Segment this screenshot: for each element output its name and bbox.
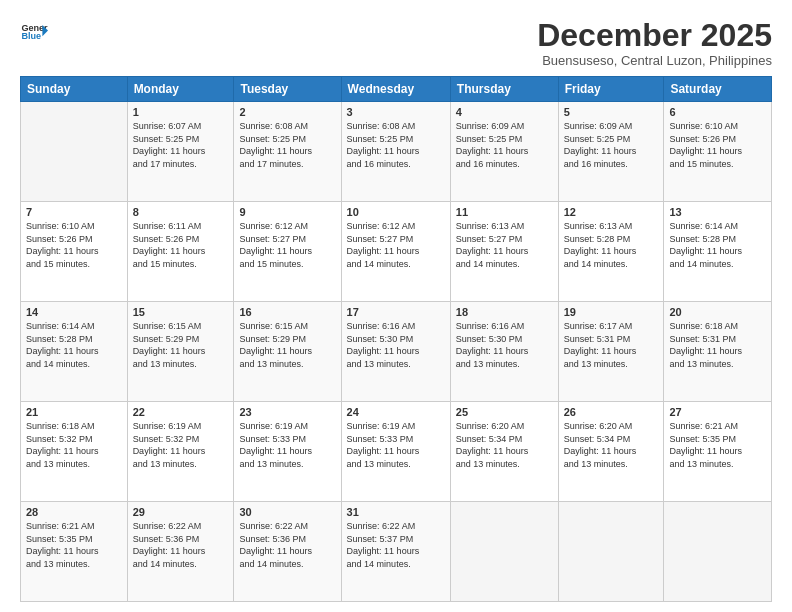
page: General Blue December 2025 Buensuseso, C… (0, 0, 792, 612)
day-info: Sunrise: 6:16 AMSunset: 5:30 PMDaylight:… (456, 320, 553, 370)
svg-text:Blue: Blue (21, 31, 41, 41)
day-cell (664, 502, 772, 602)
location: Buensuseso, Central Luzon, Philippines (537, 53, 772, 68)
day-cell: 12Sunrise: 6:13 AMSunset: 5:28 PMDayligh… (558, 202, 664, 302)
day-cell: 8Sunrise: 6:11 AMSunset: 5:26 PMDaylight… (127, 202, 234, 302)
day-number: 8 (133, 206, 229, 218)
day-cell (558, 502, 664, 602)
day-number: 1 (133, 106, 229, 118)
day-info: Sunrise: 6:14 AMSunset: 5:28 PMDaylight:… (26, 320, 122, 370)
day-info: Sunrise: 6:13 AMSunset: 5:28 PMDaylight:… (564, 220, 659, 270)
day-cell: 17Sunrise: 6:16 AMSunset: 5:30 PMDayligh… (341, 302, 450, 402)
day-number: 17 (347, 306, 445, 318)
weekday-monday: Monday (127, 77, 234, 102)
day-cell: 25Sunrise: 6:20 AMSunset: 5:34 PMDayligh… (450, 402, 558, 502)
day-number: 22 (133, 406, 229, 418)
day-number: 25 (456, 406, 553, 418)
day-info: Sunrise: 6:10 AMSunset: 5:26 PMDaylight:… (26, 220, 122, 270)
day-number: 18 (456, 306, 553, 318)
day-info: Sunrise: 6:10 AMSunset: 5:26 PMDaylight:… (669, 120, 766, 170)
day-info: Sunrise: 6:09 AMSunset: 5:25 PMDaylight:… (564, 120, 659, 170)
day-info: Sunrise: 6:21 AMSunset: 5:35 PMDaylight:… (26, 520, 122, 570)
logo: General Blue (20, 18, 52, 46)
day-info: Sunrise: 6:15 AMSunset: 5:29 PMDaylight:… (133, 320, 229, 370)
day-cell: 30Sunrise: 6:22 AMSunset: 5:36 PMDayligh… (234, 502, 341, 602)
day-number: 4 (456, 106, 553, 118)
day-info: Sunrise: 6:22 AMSunset: 5:36 PMDaylight:… (239, 520, 335, 570)
day-info: Sunrise: 6:14 AMSunset: 5:28 PMDaylight:… (669, 220, 766, 270)
day-number: 5 (564, 106, 659, 118)
day-number: 10 (347, 206, 445, 218)
day-number: 12 (564, 206, 659, 218)
weekday-tuesday: Tuesday (234, 77, 341, 102)
day-info: Sunrise: 6:11 AMSunset: 5:26 PMDaylight:… (133, 220, 229, 270)
day-cell: 6Sunrise: 6:10 AMSunset: 5:26 PMDaylight… (664, 102, 772, 202)
day-info: Sunrise: 6:17 AMSunset: 5:31 PMDaylight:… (564, 320, 659, 370)
day-number: 9 (239, 206, 335, 218)
day-cell: 27Sunrise: 6:21 AMSunset: 5:35 PMDayligh… (664, 402, 772, 502)
weekday-header-row: SundayMondayTuesdayWednesdayThursdayFrid… (21, 77, 772, 102)
day-info: Sunrise: 6:20 AMSunset: 5:34 PMDaylight:… (456, 420, 553, 470)
calendar-body: 1Sunrise: 6:07 AMSunset: 5:25 PMDaylight… (21, 102, 772, 602)
day-cell (21, 102, 128, 202)
day-info: Sunrise: 6:09 AMSunset: 5:25 PMDaylight:… (456, 120, 553, 170)
day-info: Sunrise: 6:18 AMSunset: 5:31 PMDaylight:… (669, 320, 766, 370)
weekday-saturday: Saturday (664, 77, 772, 102)
week-row-1: 1Sunrise: 6:07 AMSunset: 5:25 PMDaylight… (21, 102, 772, 202)
day-info: Sunrise: 6:16 AMSunset: 5:30 PMDaylight:… (347, 320, 445, 370)
day-info: Sunrise: 6:21 AMSunset: 5:35 PMDaylight:… (669, 420, 766, 470)
day-info: Sunrise: 6:12 AMSunset: 5:27 PMDaylight:… (347, 220, 445, 270)
day-cell: 22Sunrise: 6:19 AMSunset: 5:32 PMDayligh… (127, 402, 234, 502)
day-number: 20 (669, 306, 766, 318)
weekday-wednesday: Wednesday (341, 77, 450, 102)
day-cell: 7Sunrise: 6:10 AMSunset: 5:26 PMDaylight… (21, 202, 128, 302)
day-number: 24 (347, 406, 445, 418)
day-number: 2 (239, 106, 335, 118)
day-cell: 18Sunrise: 6:16 AMSunset: 5:30 PMDayligh… (450, 302, 558, 402)
day-info: Sunrise: 6:19 AMSunset: 5:33 PMDaylight:… (239, 420, 335, 470)
week-row-4: 21Sunrise: 6:18 AMSunset: 5:32 PMDayligh… (21, 402, 772, 502)
day-cell: 23Sunrise: 6:19 AMSunset: 5:33 PMDayligh… (234, 402, 341, 502)
day-info: Sunrise: 6:19 AMSunset: 5:33 PMDaylight:… (347, 420, 445, 470)
weekday-thursday: Thursday (450, 77, 558, 102)
weekday-sunday: Sunday (21, 77, 128, 102)
day-cell: 29Sunrise: 6:22 AMSunset: 5:36 PMDayligh… (127, 502, 234, 602)
week-row-2: 7Sunrise: 6:10 AMSunset: 5:26 PMDaylight… (21, 202, 772, 302)
day-cell: 21Sunrise: 6:18 AMSunset: 5:32 PMDayligh… (21, 402, 128, 502)
day-info: Sunrise: 6:15 AMSunset: 5:29 PMDaylight:… (239, 320, 335, 370)
day-number: 30 (239, 506, 335, 518)
day-number: 26 (564, 406, 659, 418)
day-info: Sunrise: 6:13 AMSunset: 5:27 PMDaylight:… (456, 220, 553, 270)
day-number: 16 (239, 306, 335, 318)
day-cell: 13Sunrise: 6:14 AMSunset: 5:28 PMDayligh… (664, 202, 772, 302)
day-cell: 1Sunrise: 6:07 AMSunset: 5:25 PMDaylight… (127, 102, 234, 202)
day-info: Sunrise: 6:22 AMSunset: 5:36 PMDaylight:… (133, 520, 229, 570)
day-info: Sunrise: 6:08 AMSunset: 5:25 PMDaylight:… (239, 120, 335, 170)
day-cell (450, 502, 558, 602)
day-cell: 15Sunrise: 6:15 AMSunset: 5:29 PMDayligh… (127, 302, 234, 402)
day-cell: 14Sunrise: 6:14 AMSunset: 5:28 PMDayligh… (21, 302, 128, 402)
day-number: 13 (669, 206, 766, 218)
day-cell: 5Sunrise: 6:09 AMSunset: 5:25 PMDaylight… (558, 102, 664, 202)
day-number: 31 (347, 506, 445, 518)
week-row-3: 14Sunrise: 6:14 AMSunset: 5:28 PMDayligh… (21, 302, 772, 402)
day-number: 11 (456, 206, 553, 218)
day-number: 3 (347, 106, 445, 118)
calendar-table: SundayMondayTuesdayWednesdayThursdayFrid… (20, 76, 772, 602)
day-cell: 19Sunrise: 6:17 AMSunset: 5:31 PMDayligh… (558, 302, 664, 402)
header: General Blue December 2025 Buensuseso, C… (20, 18, 772, 68)
day-cell: 2Sunrise: 6:08 AMSunset: 5:25 PMDaylight… (234, 102, 341, 202)
day-cell: 9Sunrise: 6:12 AMSunset: 5:27 PMDaylight… (234, 202, 341, 302)
day-cell: 28Sunrise: 6:21 AMSunset: 5:35 PMDayligh… (21, 502, 128, 602)
day-number: 6 (669, 106, 766, 118)
day-number: 28 (26, 506, 122, 518)
day-cell: 31Sunrise: 6:22 AMSunset: 5:37 PMDayligh… (341, 502, 450, 602)
day-number: 23 (239, 406, 335, 418)
week-row-5: 28Sunrise: 6:21 AMSunset: 5:35 PMDayligh… (21, 502, 772, 602)
day-cell: 20Sunrise: 6:18 AMSunset: 5:31 PMDayligh… (664, 302, 772, 402)
day-info: Sunrise: 6:08 AMSunset: 5:25 PMDaylight:… (347, 120, 445, 170)
day-cell: 11Sunrise: 6:13 AMSunset: 5:27 PMDayligh… (450, 202, 558, 302)
day-number: 15 (133, 306, 229, 318)
weekday-friday: Friday (558, 77, 664, 102)
day-number: 19 (564, 306, 659, 318)
